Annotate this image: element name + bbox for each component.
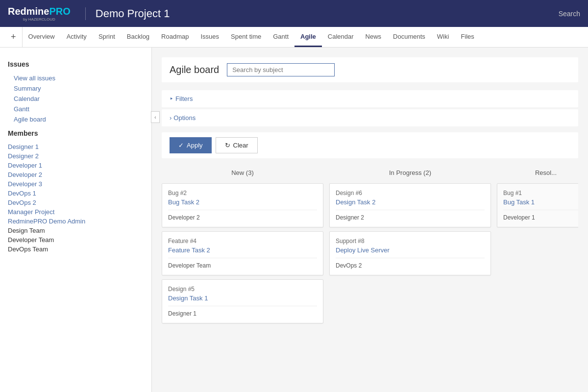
filters-label: Filters bbox=[175, 95, 193, 102]
sidebar-member-devops2[interactable]: DevOps 2 bbox=[8, 198, 144, 207]
tab-spent-time[interactable]: Spent time bbox=[225, 27, 267, 47]
tab-backlog[interactable]: Backlog bbox=[121, 27, 155, 47]
tab-issues[interactable]: Issues bbox=[195, 27, 225, 47]
action-buttons: ✓ Apply ↻ Clear bbox=[162, 132, 578, 158]
tab-wiki[interactable]: Wiki bbox=[431, 27, 455, 47]
card-divider bbox=[168, 306, 317, 306]
agile-board-header: Agile board bbox=[162, 57, 578, 82]
clear-button[interactable]: ↻ Clear bbox=[216, 137, 258, 153]
column-header-resolved: Resol... bbox=[497, 166, 578, 179]
card-divider bbox=[168, 210, 317, 210]
sidebar-group-design-team: Design Team bbox=[8, 226, 144, 235]
sidebar-member-developer3[interactable]: Developer 3 bbox=[8, 179, 144, 189]
kanban-column-new: New (3) Bug #2 Bug Task 2 Developer 2 Fe… bbox=[162, 166, 323, 327]
apply-button[interactable]: ✓ Apply bbox=[170, 137, 212, 153]
card-id: Feature #4 bbox=[168, 238, 317, 245]
tab-calendar[interactable]: Calendar bbox=[322, 27, 360, 47]
logo-by: by HAZERCLOUD bbox=[8, 17, 71, 22]
kanban-card: Feature #4 Feature Task 2 Developer Team bbox=[162, 231, 323, 275]
sidebar-group-developer-team: Developer Team bbox=[8, 235, 144, 245]
nav-plus-button[interactable]: + bbox=[5, 27, 23, 47]
sidebar: Issues View all issues Summary Calendar … bbox=[0, 48, 152, 392]
kanban-card: Design #5 Design Task 1 Designer 1 bbox=[162, 279, 323, 323]
tab-roadmap[interactable]: Roadmap bbox=[155, 27, 195, 47]
card-divider bbox=[336, 258, 485, 258]
card-assignee: Developer 2 bbox=[168, 214, 317, 221]
logo-text: RedminePRO by HAZERCLOUD bbox=[8, 6, 71, 22]
card-id: Support #8 bbox=[336, 238, 485, 245]
card-id: Design #5 bbox=[168, 286, 317, 293]
logo: RedminePRO by HAZERCLOUD bbox=[8, 6, 71, 22]
apply-label: Apply bbox=[187, 142, 203, 149]
kanban-card: Support #8 Deploy Live Server DevOps 2 bbox=[329, 231, 491, 275]
checkmark-icon: ✓ bbox=[178, 142, 184, 149]
sidebar-item-gantt[interactable]: Gantt bbox=[8, 104, 144, 114]
card-divider bbox=[336, 210, 485, 210]
card-id: Bug #1 bbox=[503, 190, 578, 196]
issues-section-title: Issues bbox=[8, 60, 144, 68]
tab-news[interactable]: News bbox=[360, 27, 388, 47]
layout: ‹ Issues View all issues Summary Calenda… bbox=[0, 48, 588, 392]
sidebar-collapse-button[interactable]: ‹ bbox=[151, 111, 160, 123]
chevron-down-icon: ‣ bbox=[170, 95, 173, 102]
sidebar-member-developer2[interactable]: Developer 2 bbox=[8, 170, 144, 179]
sidebar-item-agile-board[interactable]: Agile board bbox=[8, 114, 144, 124]
options-label: Options bbox=[173, 114, 196, 122]
options-toggle[interactable]: › Options bbox=[170, 114, 570, 122]
kanban-column-resolved: Resol... Bug #1 Bug Task 1 Developer 1 bbox=[497, 166, 578, 327]
sidebar-member-developer1[interactable]: Developer 1 bbox=[8, 161, 144, 170]
tab-agile[interactable]: Agile bbox=[294, 27, 322, 47]
project-title: Demo Project 1 bbox=[85, 7, 170, 20]
kanban-card: Bug #1 Bug Task 1 Developer 1 bbox=[497, 183, 578, 227]
sidebar-group-devops-team: DevOps Team bbox=[8, 245, 144, 254]
agile-search-input[interactable] bbox=[227, 63, 335, 76]
tab-documents[interactable]: Documents bbox=[387, 27, 431, 47]
logo-pro: PRO bbox=[49, 6, 70, 17]
card-assignee: DevOps 2 bbox=[336, 262, 485, 269]
filters-toggle[interactable]: ‣ Filters bbox=[170, 95, 570, 102]
card-title[interactable]: Feature Task 2 bbox=[168, 246, 317, 254]
card-id: Bug #2 bbox=[168, 190, 317, 196]
filters-section: ‣ Filters bbox=[162, 90, 578, 107]
sidebar-item-calendar[interactable]: Calendar bbox=[8, 94, 144, 104]
card-assignee: Developer Team bbox=[168, 262, 317, 269]
tab-activity[interactable]: Activity bbox=[61, 27, 93, 47]
sidebar-member-manager[interactable]: Manager Project bbox=[8, 207, 144, 217]
card-divider bbox=[503, 210, 578, 210]
main-content: Agile board ‣ Filters › Options ✓ Apply bbox=[152, 48, 588, 392]
card-assignee: Designer 1 bbox=[168, 310, 317, 317]
tab-overview[interactable]: Overview bbox=[23, 27, 61, 47]
header-search[interactable]: Search bbox=[559, 10, 580, 18]
kanban-card: Design #6 Design Task 2 Designer 2 bbox=[329, 183, 491, 227]
sidebar-member-designer2[interactable]: Designer 2 bbox=[8, 151, 144, 161]
card-title[interactable]: Design Task 2 bbox=[336, 198, 485, 206]
card-title[interactable]: Bug Task 2 bbox=[168, 198, 317, 206]
kanban-board: New (3) Bug #2 Bug Task 2 Developer 2 Fe… bbox=[162, 166, 578, 327]
chevron-right-icon: › bbox=[170, 114, 172, 122]
app-header: RedminePRO by HAZERCLOUD Demo Project 1 … bbox=[0, 0, 588, 27]
nav-tabs: + Overview Activity Sprint Backlog Roadm… bbox=[0, 27, 588, 48]
card-title[interactable]: Bug Task 1 bbox=[503, 198, 578, 206]
logo-red: Redmine bbox=[8, 6, 49, 17]
card-title[interactable]: Deploy Live Server bbox=[336, 246, 485, 254]
options-section: › Options bbox=[162, 109, 578, 126]
column-header-new: New (3) bbox=[162, 166, 323, 179]
sidebar-member-admin[interactable]: RedminePRO Demo Admin bbox=[8, 217, 144, 226]
card-divider bbox=[168, 258, 317, 258]
column-header-in-progress: In Progress (2) bbox=[329, 166, 491, 179]
card-id: Design #6 bbox=[336, 190, 485, 196]
tab-gantt[interactable]: Gantt bbox=[267, 27, 294, 47]
sidebar-item-summary[interactable]: Summary bbox=[8, 83, 144, 94]
sidebar-member-designer1[interactable]: Designer 1 bbox=[8, 142, 144, 151]
agile-board-title: Agile board bbox=[170, 64, 219, 75]
card-title[interactable]: Design Task 1 bbox=[168, 294, 317, 302]
kanban-card: Bug #2 Bug Task 2 Developer 2 bbox=[162, 183, 323, 227]
sidebar-member-devops1[interactable]: DevOps 1 bbox=[8, 189, 144, 198]
kanban-column-in-progress: In Progress (2) Design #6 Design Task 2 … bbox=[329, 166, 491, 327]
tab-files[interactable]: Files bbox=[455, 27, 480, 47]
sidebar-item-view-all-issues[interactable]: View all issues bbox=[8, 73, 144, 83]
card-assignee: Developer 1 bbox=[503, 214, 578, 221]
tab-sprint[interactable]: Sprint bbox=[93, 27, 121, 47]
refresh-icon: ↻ bbox=[225, 142, 230, 149]
members-section-title: Members bbox=[8, 129, 144, 137]
